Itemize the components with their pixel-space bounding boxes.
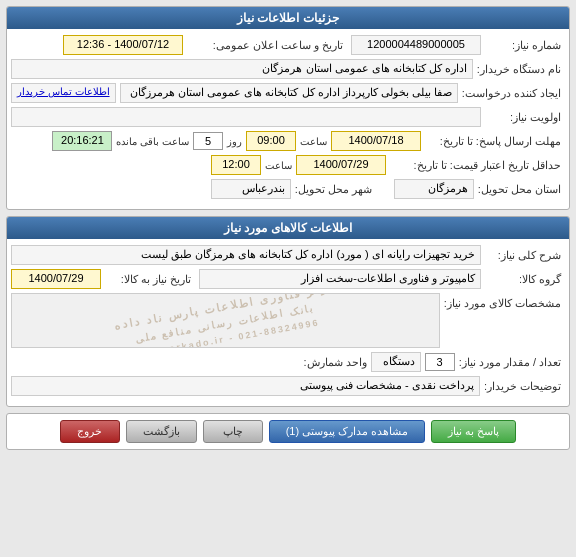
location-row: استان محل تحویل: هرمزگان شهر محل تحویل: … — [11, 179, 565, 199]
item-type-row: شرح کلی نیاز: خرید تجهیزات رایانه ای ( م… — [11, 245, 565, 265]
customer-label: نام دستگاه خریدار: — [477, 63, 565, 76]
item-date-label: تاریخ نیاز به کالا: — [105, 273, 195, 286]
order-number-label: شماره نیاز: — [485, 39, 565, 52]
item-type-value: خرید تجهیزات رایانه ای ( مورد) اداره کل … — [11, 245, 481, 265]
info-link[interactable]: اطلاعات تماس خریدار — [11, 83, 116, 103]
priority-label: اولویت نیاز: — [485, 111, 565, 124]
address-row: ایجاد کننده درخواست: صفا بیلی بخولی کارپ… — [11, 83, 565, 103]
section-details-header: جزئیات اطلاعات نیاز — [7, 7, 569, 29]
priority-value — [11, 107, 481, 127]
reply-button[interactable]: پاسخ به نیاز — [431, 420, 516, 443]
back-button[interactable]: بازگشت — [126, 420, 197, 443]
send-time-value: 09:00 — [246, 131, 296, 151]
end-time-label: ساعت — [265, 160, 292, 171]
send-date-value: 1400/07/18 — [331, 131, 421, 151]
section-details: جزئیات اطلاعات نیاز شماره نیاز: 12000044… — [6, 6, 570, 210]
item-type-label: شرح کلی نیاز: — [485, 249, 565, 262]
city-value: بندرعباس — [211, 179, 291, 199]
customer-row: نام دستگاه خریدار: اداره کل کتابخانه های… — [11, 59, 565, 79]
remaining-value: 20:16:21 — [52, 131, 112, 151]
section-items: اطلاعات کالاهای مورد نیاز شرح کلی نیاز: … — [6, 216, 570, 407]
send-time-label: ساعت — [300, 136, 327, 147]
end-date-label: حداقل تاریخ اعتبار قیمت: تا تاریخ: — [390, 159, 565, 172]
spec-label: مشخصات کالای مورد نیاز: — [444, 293, 565, 310]
spec-value: مرکز فناوری اطلاعات پارس ناد داده بانک ا… — [11, 293, 440, 348]
description-value: پرداخت نقدی - مشخصات فنی پیوستی — [11, 376, 480, 396]
send-date-row: مهلت ارسال پاسخ: تا تاریخ: 1400/07/18 سا… — [11, 131, 565, 151]
end-date-row: حداقل تاریخ اعتبار قیمت: تا تاریخ: 1400/… — [11, 155, 565, 175]
count-row: تعداد / مقدار مورد نیاز: 3 دستگاه واحد ش… — [11, 352, 565, 372]
province-label: استان محل تحویل: — [478, 183, 565, 196]
count-value: 3 — [425, 353, 455, 371]
remaining-label: ساعت باقی مانده — [116, 136, 189, 147]
item-date-value: 1400/07/29 — [11, 269, 101, 289]
button-bar: پاسخ به نیاز مشاهده مدارک پیوستی (1) چاپ… — [6, 413, 570, 450]
order-number-row: شماره نیاز: 1200004489000005 تاریخ و ساع… — [11, 35, 565, 55]
watermark-line1: مرکز فناوری اطلاعات پارس ناد داده — [113, 293, 337, 332]
days-label: روز — [227, 136, 242, 147]
watermark-line3: www.parkado.ir - 021-88324996 — [131, 318, 321, 348]
count-label: تعداد / مقدار مورد نیاز: — [459, 356, 565, 369]
priority-row: اولویت نیاز: — [11, 107, 565, 127]
address-label: ایجاد کننده درخواست: — [462, 87, 565, 100]
end-time-value: 12:00 — [211, 155, 261, 175]
datetime-value: 1400/07/12 - 12:36 — [63, 35, 183, 55]
address-value: صفا بیلی بخولی کارپرداز اداره کل کتابخان… — [120, 83, 458, 103]
send-date-label: مهلت ارسال پاسخ: تا تاریخ: — [425, 135, 565, 148]
description-row: توضیحات خریدار: پرداخت نقدی - مشخصات فنی… — [11, 376, 565, 396]
province-value: هرمزگان — [394, 179, 474, 199]
exit-button[interactable]: خروج — [60, 420, 120, 443]
end-date-value: 1400/07/29 — [296, 155, 386, 175]
item-group-value: کامپیوتر و فناوری اطلاعات-سخت افزار — [199, 269, 481, 289]
watermark-line2: بانک اطلاعات رسانی منافع ملی — [135, 302, 316, 344]
item-group-label: گروه کالا: — [485, 273, 565, 286]
description-label: توضیحات خریدار: — [484, 380, 565, 393]
city-label: شهر محل تحویل: — [295, 183, 376, 196]
unit-value: دستگاه — [371, 352, 421, 372]
unit-label2: واحد شمارش: — [304, 356, 367, 369]
item-group-row: گروه کالا: کامپیوتر و فناوری اطلاعات-سخت… — [11, 269, 565, 289]
datetime-label: تاریخ و ساعت اعلان عمومی: — [187, 39, 347, 52]
customer-value: اداره کل کتابخانه های عمومی استان هرمزگا… — [11, 59, 473, 79]
days-value: 5 — [193, 132, 223, 150]
print-button[interactable]: چاپ — [203, 420, 263, 443]
spec-row: مشخصات کالای مورد نیاز: مرکز فناوری اطلا… — [11, 293, 565, 348]
view-docs-button[interactable]: مشاهده مدارک پیوستی (1) — [269, 420, 426, 443]
section-items-header: اطلاعات کالاهای مورد نیاز — [7, 217, 569, 239]
order-number-value: 1200004489000005 — [351, 35, 481, 55]
